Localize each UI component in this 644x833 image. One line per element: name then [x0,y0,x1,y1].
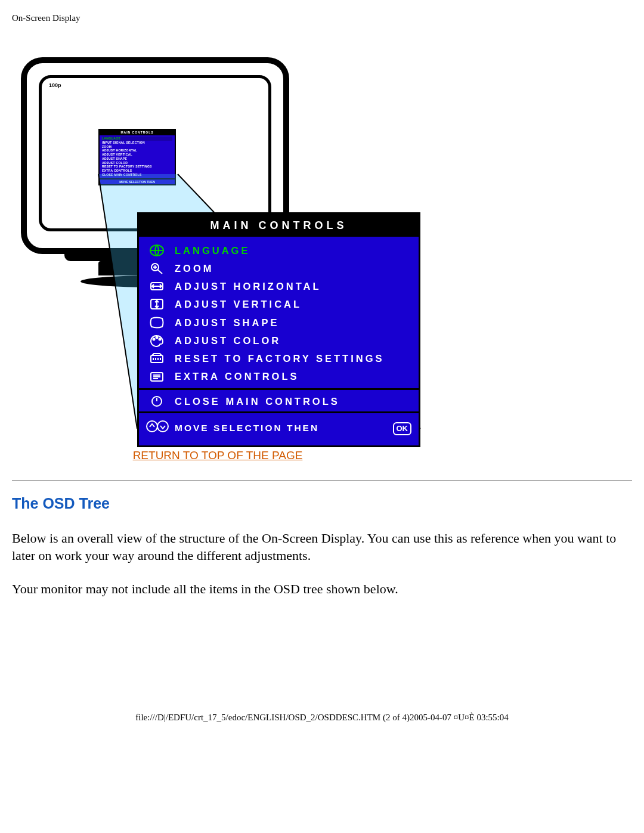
osd-menu-item-vertical[interactable]: ADJUST VERTICAL [146,295,411,313]
osd-menu-item-horizontal[interactable]: ADJUST HORIZONTAL [146,277,411,295]
mini-osd-body: LANGUAGE INPUT SIGNAL SELECTION ZOOM ADJ… [100,135,175,178]
mini-osd-row: ADJUST COLOR [102,161,172,165]
osd-menu-item-language[interactable]: LANGUAGE [146,241,411,259]
osd-menu-item-close[interactable]: CLOSE MAIN CONTROLS [146,392,411,410]
osd-menu-label: ADJUST VERTICAL [175,298,302,311]
osd-menu-item-shape[interactable]: ADJUST SHAPE [146,314,411,332]
reset-icon [147,352,166,365]
mini-osd-row: LANGUAGE [102,137,172,141]
svg-point-13 [156,337,158,339]
paragraph-1: Below is an overall view of the structur… [12,529,632,565]
osd-menu-item-extra[interactable]: EXTRA CONTROLS [146,367,411,385]
osd-menu-item-color[interactable]: ADJUST COLOR [146,332,411,349]
osd-menu-label: CLOSE MAIN CONTROLS [175,395,340,408]
close-icon [147,395,166,408]
mini-osd-footer: MOVE SELECTION THEN [100,178,175,185]
osd-menu-label: ADJUST HORIZONTAL [175,280,321,293]
illustration-area: 100p MAIN CONTROLS LANGUAGE INPUT SIGNAL… [12,33,423,436]
osd-menu-body: LANGUAGE ZOOM ADJUST HORIZONTAL ADJUST V… [139,237,419,411]
color-icon [147,334,166,347]
paragraph-2: Your monitor may not include all the ite… [12,580,632,598]
extra-icon [147,370,166,383]
mini-osd-row: CLOSE MAIN CONTROLS [102,173,172,177]
osd-header: MAIN CONTROLS [139,214,419,236]
mini-osd-panel: MAIN CONTROLS LANGUAGE INPUT SIGNAL SELE… [98,129,176,185]
mini-osd-row: ADJUST SHAPE [102,157,172,161]
crt-brand-text: 100p [49,82,61,89]
svg-point-27 [157,421,168,432]
osd-footer-label: MOVE SELECTION THEN [175,422,319,435]
mini-osd-row: ZOOM [102,145,172,149]
vert-icon [147,298,166,311]
language-icon [147,244,166,257]
svg-line-5 [157,270,162,274]
osd-menu-label: EXTRA CONTROLS [175,370,299,383]
zoom-icon [147,262,166,275]
mini-osd-header: MAIN CONTROLS [100,130,175,135]
osd-divider [139,388,419,390]
mini-osd-row: ADJUST HORIZONTAL [102,148,172,153]
osd-menu-item-reset[interactable]: RESET TO FACTORY SETTINGS [146,349,411,367]
osd-menu-label: LANGUAGE [175,244,250,257]
mini-osd-row: ADJUST VERTICAL [102,153,172,157]
return-to-top-link[interactable]: RETURN TO TOP OF THE PAGE [12,448,423,463]
svg-point-26 [147,421,157,432]
mini-osd-row: EXTRA CONTROLS [102,169,172,173]
mini-osd-row: INPUT SIGNAL SELECTION [102,141,172,145]
osd-menu-item-zoom[interactable]: ZOOM [146,259,411,277]
section-heading: The OSD Tree [12,494,632,514]
osd-menu-label: ADJUST COLOR [175,334,281,347]
mini-osd-row: RESET TO FACTORY SETTINGS [102,165,172,169]
osd-menu-label: RESET TO FACTORY SETTINGS [175,352,385,365]
svg-point-12 [153,339,155,340]
ok-button[interactable]: OK [393,422,412,435]
footer-file-path: file:///D|/EDFU/crt_17_5/edoc/ENGLISH/OS… [12,711,632,723]
up-down-arrows-icon [146,419,169,438]
horiz-icon [147,280,166,293]
osd-footer: MOVE SELECTION THEN OK [139,411,419,445]
osd-menu-label: ZOOM [175,262,214,275]
section-divider [12,480,632,481]
page-title: On-Screen Display [12,12,632,24]
osd-menu-label: ADJUST SHAPE [175,316,279,329]
shape-icon [147,316,166,329]
svg-point-14 [159,339,161,340]
osd-panel: MAIN CONTROLS LANGUAGE ZOOM ADJUST HORIZ… [137,212,420,447]
